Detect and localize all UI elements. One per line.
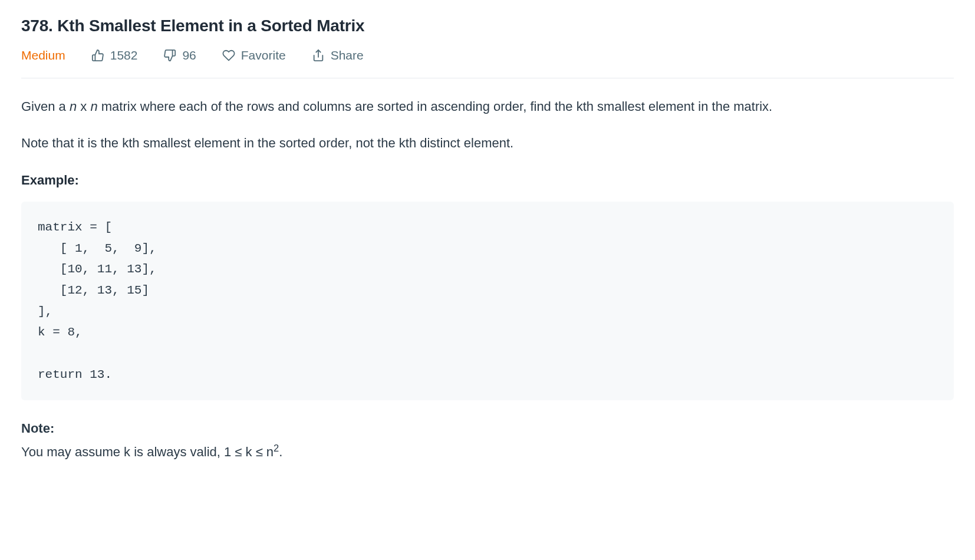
heart-icon [222, 49, 235, 62]
thumbs-up-icon [91, 49, 104, 62]
share-button[interactable]: Share [312, 48, 364, 62]
note-block: Note: You may assume k is always valid, … [21, 418, 954, 462]
like-button[interactable]: 1582 [91, 48, 138, 62]
text: matrix where each of the rows and column… [98, 99, 773, 114]
text: Given a [21, 99, 70, 114]
text: x [77, 99, 90, 114]
description-paragraph-1: Given a n x n matrix where each of the r… [21, 96, 954, 117]
text: . [279, 444, 282, 459]
superscript: 2 [274, 443, 279, 453]
problem-description: Given a n x n matrix where each of the r… [21, 96, 954, 462]
share-label: Share [331, 48, 364, 62]
favorite-label: Favorite [241, 48, 286, 62]
thumbs-down-icon [163, 49, 176, 62]
note-text: You may assume k is always valid, 1 ≤ k … [21, 444, 282, 459]
example-code-block: matrix = [ [ 1, 5, 9], [10, 11, 13], [12… [21, 202, 954, 401]
favorite-button[interactable]: Favorite [222, 48, 286, 62]
meta-row: Medium 1582 96 Favorite Sha [21, 48, 954, 78]
like-count: 1582 [110, 48, 138, 62]
dislike-button[interactable]: 96 [163, 48, 196, 62]
description-paragraph-2: Note that it is the kth smallest element… [21, 133, 954, 154]
italic-n: n [90, 99, 97, 114]
problem-title: 378. Kth Smallest Element in a Sorted Ma… [21, 17, 954, 35]
problem-container: 378. Kth Smallest Element in a Sorted Ma… [0, 0, 975, 486]
text: You may assume k is always valid, 1 ≤ k … [21, 444, 274, 459]
example-label: Example: [21, 170, 954, 191]
share-icon [312, 49, 325, 62]
dislike-count: 96 [182, 48, 196, 62]
note-label: Note: [21, 418, 954, 439]
difficulty-badge: Medium [21, 48, 65, 62]
italic-n: n [70, 99, 77, 114]
